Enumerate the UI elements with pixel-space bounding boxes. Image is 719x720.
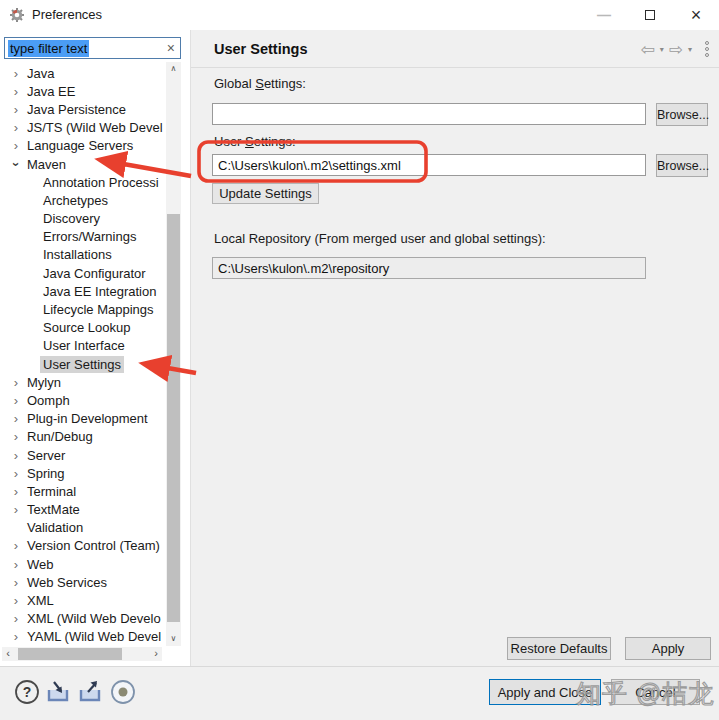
tree-item-label: Lifecycle Mappings	[40, 301, 157, 318]
chevron-collapsed-icon[interactable]: ›	[8, 575, 24, 590]
chevron-collapsed-icon[interactable]: ›	[8, 84, 24, 99]
tree-item-textmate[interactable]: ›TextMate	[0, 501, 166, 519]
maximize-button[interactable]	[627, 0, 673, 30]
tree-item-label: Run/Debug	[24, 428, 96, 445]
tree-item-maven[interactable]: ›Maven	[0, 155, 166, 173]
tree-item-plug-in-development[interactable]: ›Plug-in Development	[0, 410, 166, 428]
chevron-collapsed-icon[interactable]: ›	[8, 66, 24, 81]
update-settings-button[interactable]: Update Settings	[212, 183, 319, 204]
tree-item-user-settings[interactable]: User Settings	[0, 355, 166, 373]
chevron-collapsed-icon[interactable]: ›	[8, 484, 24, 499]
scroll-up-icon[interactable]: ∧	[166, 62, 181, 76]
tree-item-web[interactable]: ›Web	[0, 555, 166, 573]
help-icon[interactable]: ?	[14, 679, 40, 706]
footer-bar: ? Apply and Close Cancel	[0, 666, 719, 720]
tree-item-server[interactable]: ›Server	[0, 446, 166, 464]
tree-item-language-servers[interactable]: ›Language Servers	[0, 137, 166, 155]
tree-item-java-ee[interactable]: ›Java EE	[0, 82, 166, 100]
tree-item-source-lookup[interactable]: Source Lookup	[0, 319, 166, 337]
tree-item-web-services[interactable]: ›Web Services	[0, 573, 166, 591]
tree-item-archetypes[interactable]: Archetypes	[0, 191, 166, 209]
tree-item-validation[interactable]: Validation	[0, 519, 166, 537]
horizontal-scrollbar[interactable]: ‹ ›	[2, 647, 162, 661]
tree-item-terminal[interactable]: ›Terminal	[0, 482, 166, 500]
local-repository-label: Local Repository (From merged user and g…	[214, 231, 546, 246]
clear-filter-icon[interactable]: ×	[167, 40, 175, 56]
tree-item-label: JS/TS (Wild Web Devel	[24, 119, 166, 136]
tree-item-label: Source Lookup	[40, 319, 133, 336]
tree-item-label: Mylyn	[24, 374, 64, 391]
preference-recorder-icon[interactable]	[110, 679, 137, 706]
tree-item-java-persistence[interactable]: ›Java Persistence	[0, 100, 166, 118]
tree-item-label: Maven	[24, 156, 69, 173]
horizontal-scroll-thumb[interactable]	[18, 648, 122, 660]
vertical-scrollbar[interactable]: ∧ ∨	[166, 62, 181, 646]
user-browse-button[interactable]: Browse...	[656, 154, 708, 177]
tree-item-oomph[interactable]: ›Oomph	[0, 391, 166, 409]
tree-item-java-configurator[interactable]: Java Configurator	[0, 264, 166, 282]
tree-item-label: User Interface	[40, 337, 128, 354]
minimize-button[interactable]: —	[581, 0, 627, 30]
tree-item-java-ee-integration[interactable]: Java EE Integration	[0, 282, 166, 300]
chevron-collapsed-icon[interactable]: ›	[8, 629, 24, 644]
tree-item-java[interactable]: ›Java	[0, 64, 166, 82]
restore-defaults-button[interactable]: Restore Defaults	[507, 637, 611, 660]
global-settings-input[interactable]	[212, 103, 646, 125]
chevron-collapsed-icon[interactable]: ›	[8, 538, 24, 553]
tree-item-annotation-processi[interactable]: Annotation Processi	[0, 173, 166, 191]
chevron-collapsed-icon[interactable]: ›	[8, 502, 24, 517]
chevron-collapsed-icon[interactable]: ›	[8, 466, 24, 481]
user-settings-input[interactable]	[212, 154, 646, 176]
tree-item-label: Web	[24, 556, 57, 573]
tree-item-xml[interactable]: ›XML	[0, 591, 166, 609]
tree-item-user-interface[interactable]: User Interface	[0, 337, 166, 355]
scroll-left-icon[interactable]: ‹	[2, 647, 14, 661]
chevron-collapsed-icon[interactable]: ›	[8, 393, 24, 408]
tree-item-label: User Settings	[40, 356, 124, 373]
back-dropdown-icon[interactable]: ▾	[660, 45, 664, 54]
tree-item-installations[interactable]: Installations	[0, 246, 166, 264]
apply-button[interactable]: Apply	[625, 637, 711, 660]
filter-input[interactable]: type filter text ×	[4, 37, 181, 59]
tree-item-errors-warnings[interactable]: Errors/Warnings	[0, 228, 166, 246]
chevron-collapsed-icon[interactable]: ›	[8, 411, 24, 426]
back-arrow-icon[interactable]: ⇦	[640, 39, 654, 60]
export-preferences-icon[interactable]	[78, 679, 105, 704]
chevron-collapsed-icon[interactable]: ›	[8, 375, 24, 390]
tree-item-yaml-wild-web-devel[interactable]: ›YAML (Wild Web Devel	[0, 628, 166, 646]
scroll-right-icon[interactable]: ›	[150, 647, 162, 661]
import-preferences-icon[interactable]	[46, 679, 73, 704]
chevron-collapsed-icon[interactable]: ›	[8, 448, 24, 463]
apply-and-close-button[interactable]: Apply and Close	[489, 679, 601, 705]
tree-item-label: Server	[24, 447, 68, 464]
view-menu-icon[interactable]	[705, 41, 709, 57]
chevron-collapsed-icon[interactable]: ›	[8, 102, 24, 117]
tree-item-label: Annotation Processi	[40, 174, 162, 191]
scroll-down-icon[interactable]: ∨	[166, 632, 181, 646]
chevron-collapsed-icon[interactable]: ›	[8, 557, 24, 572]
tree-item-xml-wild-web-develo[interactable]: ›XML (Wild Web Develo	[0, 610, 166, 628]
chevron-collapsed-icon[interactable]: ›	[8, 593, 24, 608]
chevron-collapsed-icon[interactable]: ›	[8, 138, 24, 153]
forward-dropdown-icon[interactable]: ▾	[688, 45, 692, 54]
chevron-collapsed-icon[interactable]: ›	[8, 429, 24, 444]
chevron-collapsed-icon[interactable]: ›	[8, 120, 24, 135]
tree-item-label: Installations	[40, 246, 115, 263]
tree-item-label: YAML (Wild Web Devel	[24, 628, 164, 645]
tree-item-lifecycle-mappings[interactable]: Lifecycle Mappings	[0, 300, 166, 318]
cancel-button[interactable]: Cancel	[611, 679, 700, 705]
tree-item-version-control-team-[interactable]: ›Version Control (Team)	[0, 537, 166, 555]
title-bar: Preferences — ×	[0, 0, 719, 30]
chevron-expanded-icon[interactable]: ›	[9, 156, 24, 172]
global-browse-button[interactable]: Browse...	[656, 103, 708, 126]
tree-item-spring[interactable]: ›Spring	[0, 464, 166, 482]
tree-item-js-ts-wild-web-devel[interactable]: ›JS/TS (Wild Web Devel	[0, 119, 166, 137]
tree-item-discovery[interactable]: Discovery	[0, 210, 166, 228]
chevron-collapsed-icon[interactable]: ›	[8, 611, 24, 626]
close-button[interactable]: ×	[673, 0, 719, 30]
tree-item-label: Java EE Integration	[40, 283, 159, 300]
tree-item-mylyn[interactable]: ›Mylyn	[0, 373, 166, 391]
tree-item-run-debug[interactable]: ›Run/Debug	[0, 428, 166, 446]
forward-arrow-icon[interactable]: ⇨	[669, 39, 683, 60]
vertical-scroll-thumb[interactable]	[167, 214, 180, 622]
